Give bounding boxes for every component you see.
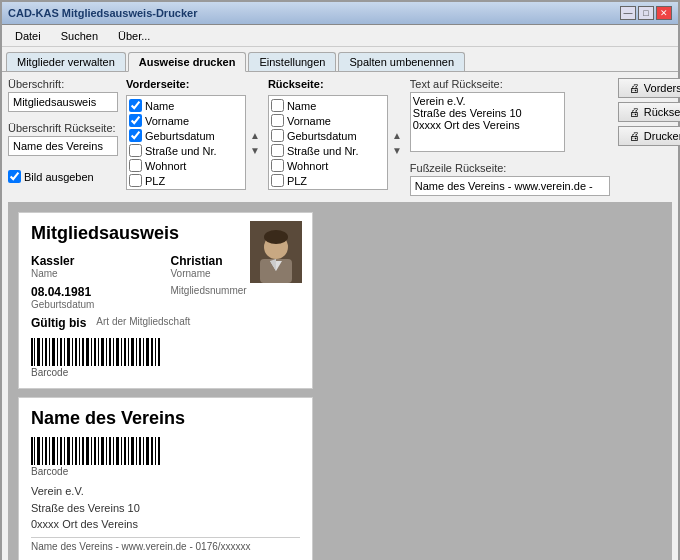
svg-rect-37 bbox=[146, 338, 149, 366]
svg-rect-33 bbox=[131, 338, 134, 366]
svg-rect-32 bbox=[128, 338, 129, 366]
svg-rect-69 bbox=[136, 437, 137, 465]
svg-rect-9 bbox=[42, 338, 43, 366]
rs-telefon-checkbox[interactable] bbox=[271, 189, 284, 190]
card-field-mitgliedsnummer: Mitgliedsnummer bbox=[171, 285, 301, 310]
bild-ausgeben-checkbox[interactable] bbox=[8, 170, 21, 183]
svg-rect-66 bbox=[124, 437, 126, 465]
person-photo-svg bbox=[250, 221, 302, 283]
vs-vorname-checkbox[interactable] bbox=[129, 114, 142, 127]
tabs-bar: Mitglieder verwalten Ausweise drucken Ei… bbox=[2, 47, 678, 72]
vs-plz-checkbox[interactable] bbox=[129, 174, 142, 187]
text-rueckseite-section: Text auf Rückseite: Verein e.V. Straße d… bbox=[410, 78, 610, 196]
list-item: Wohnort bbox=[271, 158, 385, 173]
svg-rect-48 bbox=[57, 437, 58, 465]
svg-rect-21 bbox=[86, 338, 89, 366]
svg-rect-39 bbox=[155, 338, 156, 366]
svg-rect-17 bbox=[72, 338, 73, 366]
text-rueckseite-input[interactable]: Verein e.V. Straße des Vereins 10 0xxxx … bbox=[410, 92, 565, 152]
vorderseite-scroll-buttons: ▲ ▼ bbox=[250, 95, 260, 190]
svg-rect-55 bbox=[82, 437, 84, 465]
fuszeile-field: Fußzeile Rückseite: bbox=[410, 162, 610, 196]
ueberschrift-rueckseite-input[interactable] bbox=[8, 136, 118, 156]
svg-rect-56 bbox=[86, 437, 89, 465]
svg-rect-75 bbox=[158, 437, 160, 465]
close-button[interactable]: ✕ bbox=[656, 6, 672, 20]
menu-bar: Datei Suchen Über... bbox=[2, 25, 678, 47]
back-barcode-label: Barcode bbox=[31, 466, 300, 477]
svg-rect-7 bbox=[34, 338, 35, 366]
vs-telefon-checkbox[interactable] bbox=[129, 189, 142, 190]
main-area: Überschrift: Überschrift Rückseite: Bild… bbox=[2, 72, 678, 560]
svg-rect-10 bbox=[45, 338, 47, 366]
title-bar-text: CAD-KAS Mitgliedsausweis-Drucker bbox=[8, 7, 198, 19]
rueckseite-scroll-buttons: ▲ ▼ bbox=[392, 95, 402, 190]
svg-rect-68 bbox=[131, 437, 134, 465]
svg-rect-26 bbox=[106, 338, 107, 366]
rueckseite-list-wrapper: Name Vorname Geburtsdatum Straße un bbox=[268, 95, 402, 190]
vs-strasse-label: Straße und Nr. bbox=[145, 145, 217, 157]
list-item: Name bbox=[271, 98, 385, 113]
vs-plz-label: PLZ bbox=[145, 175, 165, 187]
rs-name-checkbox[interactable] bbox=[271, 99, 284, 112]
list-item: Telefon bbox=[271, 188, 385, 190]
svg-rect-28 bbox=[113, 338, 114, 366]
svg-rect-50 bbox=[64, 437, 65, 465]
vs-name-label: Name bbox=[145, 100, 174, 112]
svg-rect-64 bbox=[116, 437, 119, 465]
svg-rect-34 bbox=[136, 338, 137, 366]
rueckseite-title: Rückseite: bbox=[268, 78, 402, 90]
list-item: Wohnort bbox=[129, 158, 243, 173]
fuszeile-input[interactable] bbox=[410, 176, 610, 196]
minimize-button[interactable]: — bbox=[620, 6, 636, 20]
rueckseite-drucken-button[interactable]: 🖨 Rückseite drucken... bbox=[618, 102, 680, 122]
vs-geburtsdatum-checkbox[interactable] bbox=[129, 129, 142, 142]
svg-rect-18 bbox=[75, 338, 77, 366]
vs-name-checkbox[interactable] bbox=[129, 99, 142, 112]
menu-datei[interactable]: Datei bbox=[6, 27, 50, 45]
svg-rect-47 bbox=[52, 437, 55, 465]
drucker-einrichten-button[interactable]: 🖨 Drucker einrichten... bbox=[618, 126, 680, 146]
back-card-footer: Name des Vereins - www.verein.de - 0176/… bbox=[31, 537, 300, 552]
svg-rect-41 bbox=[31, 437, 33, 465]
menu-ueber[interactable]: Über... bbox=[109, 27, 159, 45]
tab-spalten-umbenennen[interactable]: Spalten umbenennen bbox=[338, 52, 465, 71]
maximize-button[interactable]: □ bbox=[638, 6, 654, 20]
fuszeile-label: Fußzeile Rückseite: bbox=[410, 162, 610, 174]
tab-ausweise-drucken[interactable]: Ausweise drucken bbox=[128, 52, 247, 72]
front-barcode-svg: // Generate barcode bars bbox=[31, 338, 161, 366]
rs-name-label: Name bbox=[287, 100, 316, 112]
card-field-gueltig: Gültig bis bbox=[31, 316, 86, 330]
svg-rect-6 bbox=[31, 338, 33, 366]
svg-rect-57 bbox=[91, 437, 92, 465]
rs-vorname-checkbox[interactable] bbox=[271, 114, 284, 127]
ueberschrift-input[interactable] bbox=[8, 92, 118, 112]
rs-strasse-checkbox[interactable] bbox=[271, 144, 284, 157]
rs-plz-checkbox[interactable] bbox=[271, 174, 284, 187]
rueckseite-listbox[interactable]: Name Vorname Geburtsdatum Straße un bbox=[268, 95, 388, 190]
svg-rect-38 bbox=[151, 338, 153, 366]
vorderseite-listbox[interactable]: Name Vorname Geburtsdatum Straße un bbox=[126, 95, 246, 190]
svg-rect-73 bbox=[151, 437, 153, 465]
menu-suchen[interactable]: Suchen bbox=[52, 27, 107, 45]
rs-strasse-label: Straße und Nr. bbox=[287, 145, 359, 157]
card-value-name: Kassler bbox=[31, 254, 161, 268]
list-item: Straße und Nr. bbox=[271, 143, 385, 158]
vs-wohnort-checkbox[interactable] bbox=[129, 159, 142, 172]
vorderseite-drucken-button[interactable]: 🖨 Vorderseite drucken... bbox=[618, 78, 680, 98]
svg-point-3 bbox=[264, 230, 288, 244]
card-field-mitgliedschaft: Art der Mitgliedschaft bbox=[96, 316, 190, 330]
svg-rect-42 bbox=[34, 437, 35, 465]
svg-rect-61 bbox=[106, 437, 107, 465]
tab-einstellungen[interactable]: Einstellungen bbox=[248, 52, 336, 71]
svg-rect-36 bbox=[143, 338, 144, 366]
rs-wohnort-checkbox[interactable] bbox=[271, 159, 284, 172]
tab-mitglieder-verwalten[interactable]: Mitglieder verwalten bbox=[6, 52, 126, 71]
svg-rect-31 bbox=[124, 338, 126, 366]
svg-rect-54 bbox=[79, 437, 80, 465]
list-item: Telefon bbox=[129, 188, 243, 190]
title-bar-buttons: — □ ✕ bbox=[620, 6, 672, 20]
vs-strasse-checkbox[interactable] bbox=[129, 144, 142, 157]
rs-geburtsdatum-checkbox[interactable] bbox=[271, 129, 284, 142]
scroll-up-icon: ▲ bbox=[392, 130, 402, 141]
